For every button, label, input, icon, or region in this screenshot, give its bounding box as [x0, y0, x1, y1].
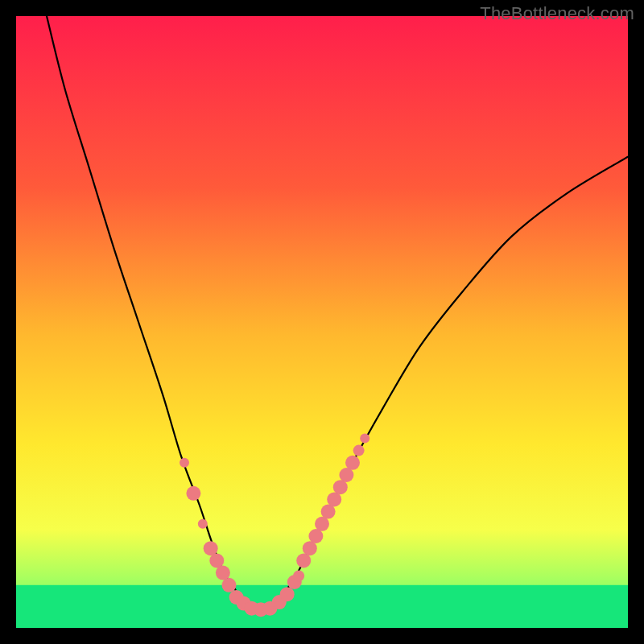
chart-plot-area: [16, 16, 628, 628]
curve-marker: [353, 445, 365, 456]
curve-marker: [180, 458, 189, 468]
watermark-text: TheBottleneck.com: [480, 3, 634, 24]
bottom-band: [16, 585, 628, 628]
chart-frame: TheBottleneck.com: [0, 0, 644, 644]
chart-svg: [16, 16, 628, 628]
curve-marker: [280, 587, 295, 601]
curve-marker: [360, 433, 369, 443]
curve-marker: [293, 570, 304, 581]
curve-marker: [345, 456, 360, 470]
curve-marker: [198, 519, 208, 529]
curve-marker: [221, 578, 236, 592]
curve-marker: [186, 486, 200, 501]
